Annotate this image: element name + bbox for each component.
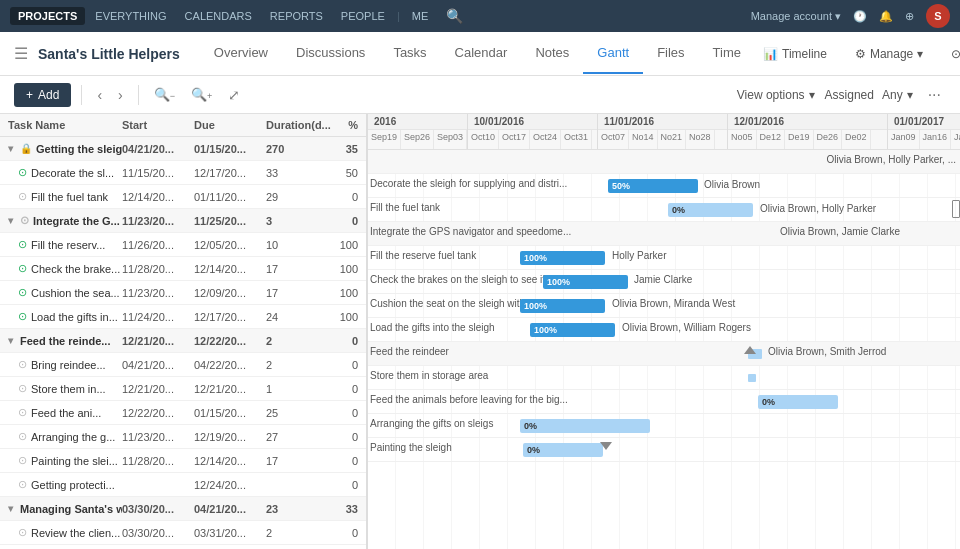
top-navigation: PROJECTS EVERYTHING CALENDARS REPORTS PE… bbox=[0, 0, 960, 32]
toolbar-divider-1 bbox=[81, 85, 82, 105]
col-header-dur: Duration(d... bbox=[266, 119, 330, 131]
expand-button[interactable]: ⤢ bbox=[223, 84, 245, 106]
reports-nav[interactable]: REPORTS bbox=[262, 7, 331, 25]
me-nav[interactable]: ME bbox=[404, 7, 437, 25]
timeline-button[interactable]: 📊 Timeline bbox=[755, 43, 835, 65]
hamburger-icon[interactable]: ☰ bbox=[14, 44, 28, 63]
tab-discussions[interactable]: Discussions bbox=[282, 33, 379, 74]
task-row[interactable]: ▾ 🔒 Getting the sleigh ... 04/21/20... 0… bbox=[0, 137, 366, 161]
search-icon-nav[interactable]: 🔍 bbox=[438, 5, 471, 27]
task-row[interactable]: ⊙ Cushion the sea... 11/23/20... 12/09/2… bbox=[0, 281, 366, 305]
projects-button[interactable]: PROJECTS bbox=[10, 7, 85, 25]
avatar[interactable]: S bbox=[926, 4, 950, 28]
gantt-body: Olivia Brown, Holly Parker, ... Decorate… bbox=[368, 150, 960, 549]
gantt-row: Cushion the seat on the sleigh with pill… bbox=[368, 294, 960, 318]
gantt-task-label: Check the brakes on the sleigh to see if… bbox=[370, 274, 570, 285]
gantt-assignee: Olivia Brown, Holly Parker, ... bbox=[827, 154, 956, 165]
tab-overview[interactable]: Overview bbox=[200, 33, 282, 74]
tab-notes[interactable]: Notes bbox=[521, 33, 583, 74]
task-row[interactable]: ⊙ Check the brake... 11/28/20... 12/14/2… bbox=[0, 257, 366, 281]
gantt-task-label: Painting the sleigh bbox=[370, 442, 452, 453]
col-header-due: Due bbox=[194, 119, 266, 131]
help-button[interactable]: ⊙ Help bbox=[943, 43, 960, 65]
task-row[interactable]: ▾ ⊙ Integrate the G... 11/23/20... 11/25… bbox=[0, 209, 366, 233]
tab-calendar[interactable]: Calendar bbox=[441, 33, 522, 74]
task-row[interactable]: ▾ Feed the reinde... 12/21/20... 12/22/2… bbox=[0, 329, 366, 353]
nav-tabs: Overview Discussions Tasks Calendar Note… bbox=[200, 33, 755, 74]
gantt-row: Olivia Brown, Holly Parker, ... bbox=[368, 150, 960, 174]
toolbar-divider-2 bbox=[138, 85, 139, 105]
bell-icon-btn[interactable]: 🔔 bbox=[879, 10, 893, 23]
task-row[interactable]: ⊙ Fill the reserv... 11/26/20... 12/05/2… bbox=[0, 233, 366, 257]
gantt-row: Painting the sleigh 0% bbox=[368, 438, 960, 462]
expand-icon[interactable]: ▾ bbox=[8, 215, 13, 226]
task-row[interactable]: ⊙ Fill the fuel tank 12/14/20... 01/11/2… bbox=[0, 185, 366, 209]
check-icon: ⊙ bbox=[18, 238, 27, 251]
task-row[interactable]: ⊙ Arranging the g... 11/23/20... 12/19/2… bbox=[0, 425, 366, 449]
manage-account-button[interactable]: Manage account ▾ bbox=[751, 10, 841, 23]
gantt-row: Store them in storage area bbox=[368, 366, 960, 390]
chevron-down-icon-manage: ▾ bbox=[917, 47, 923, 61]
gantt-assignee: Olivia Brown, Jamie Clarke bbox=[780, 226, 900, 237]
zoom-out-button[interactable]: 🔍− bbox=[149, 84, 180, 105]
task-row[interactable]: ⊙ Bring reindee... 04/21/20... 04/22/20.… bbox=[0, 353, 366, 377]
expand-icon[interactable]: ▾ bbox=[8, 335, 13, 346]
nav-divider: | bbox=[395, 10, 402, 22]
task-row[interactable]: ⊙ Getting protecti... 12/24/20... 0 bbox=[0, 473, 366, 497]
check-icon: ⊙ bbox=[18, 454, 27, 467]
gantt-row: Feed the animals before leaving for the … bbox=[368, 390, 960, 414]
check-icon: ⊙ bbox=[18, 310, 27, 323]
assigned-filter[interactable]: Assigned Any ▾ bbox=[825, 88, 913, 102]
check-icon: ⊙ bbox=[18, 358, 27, 371]
view-options-right: View options ▾ Assigned Any ▾ ··· bbox=[737, 84, 946, 106]
col-header-start: Start bbox=[122, 119, 194, 131]
task-row[interactable]: ⊙ Painting the slei... 11/28/20... 12/14… bbox=[0, 449, 366, 473]
gantt-assignee: Olivia Brown, William Rogers bbox=[622, 322, 751, 333]
tab-tasks[interactable]: Tasks bbox=[379, 33, 440, 74]
gantt-bar: 100% bbox=[530, 323, 615, 337]
chevron-down-icon: ▾ bbox=[835, 10, 841, 23]
task-row[interactable]: ⊙ Load the gifts in... 11/24/20... 12/17… bbox=[0, 305, 366, 329]
task-row[interactable]: ▾ Managing Santa's we... 03/30/20... 04/… bbox=[0, 497, 366, 521]
chevron-down-icon-assigned: ▾ bbox=[907, 88, 913, 102]
add-button[interactable]: + Add bbox=[14, 83, 71, 107]
gantt-task-label: Store them in storage area bbox=[370, 370, 488, 381]
gantt-bar: 0% bbox=[523, 443, 603, 457]
gantt-pct: 0% bbox=[520, 421, 541, 431]
toolbar: + Add ‹ › 🔍− 🔍+ ⤢ View options ▾ Assigne… bbox=[0, 76, 960, 114]
task-row[interactable]: ⊙ Feed the ani... 12/22/20... 01/15/20..… bbox=[0, 401, 366, 425]
task-row[interactable]: ⊙ Decorate the sl... 11/15/20... 12/17/2… bbox=[0, 161, 366, 185]
tab-files[interactable]: Files bbox=[643, 33, 698, 74]
check-icon: ⊙ bbox=[18, 166, 27, 179]
tab-time[interactable]: Time bbox=[699, 33, 755, 74]
clock-icon-btn[interactable]: 🕐 bbox=[853, 10, 867, 23]
plus-circle-icon-btn[interactable]: ⊕ bbox=[905, 10, 914, 23]
calendars-nav[interactable]: CALENDARS bbox=[177, 7, 260, 25]
gantt-assignee: Jamie Clarke bbox=[634, 274, 692, 285]
expand-icon[interactable]: ▾ bbox=[8, 143, 13, 154]
everything-nav[interactable]: EVERYTHING bbox=[87, 7, 174, 25]
month-label-11: 11/01/2016 bbox=[598, 114, 727, 130]
main-content: Task Name Start Due Duration(d... % ▾ 🔒 … bbox=[0, 114, 960, 549]
gantt-task-label: Fill the reserve fuel tank bbox=[370, 250, 476, 261]
expand-icon[interactable]: ▾ bbox=[8, 503, 13, 514]
gantt-task-label: Load the gifts into the sleigh bbox=[370, 322, 495, 333]
check-icon: ⊙ bbox=[18, 262, 27, 275]
manage-button[interactable]: ⚙ Manage ▾ bbox=[847, 43, 931, 65]
nav-forward-button[interactable]: › bbox=[113, 84, 128, 106]
gantt-bar: 0% bbox=[520, 419, 650, 433]
gantt-assignee: Olivia Brown, Smith Jerrod bbox=[768, 346, 886, 357]
task-row[interactable]: ⊙ Review the clien... 03/30/20... 03/31/… bbox=[0, 521, 366, 545]
nav-back-button[interactable]: ‹ bbox=[92, 84, 107, 106]
zoom-in-button[interactable]: 🔍+ bbox=[186, 84, 217, 105]
task-row[interactable]: ⊙ Store them in... 12/21/20... 12/21/20.… bbox=[0, 377, 366, 401]
tab-gantt[interactable]: Gantt bbox=[583, 33, 643, 74]
gantt-header: 2016 Sep19 Sep26 Sep03 10/01/2016 Oct10 … bbox=[368, 114, 960, 150]
check-icon: ⊙ bbox=[18, 430, 27, 443]
view-options-button[interactable]: View options ▾ bbox=[737, 88, 815, 102]
gantt-pct: 0% bbox=[758, 397, 779, 407]
more-options-button[interactable]: ··· bbox=[923, 84, 946, 106]
people-nav[interactable]: PEOPLE bbox=[333, 7, 393, 25]
help-icon: ⊙ bbox=[951, 47, 960, 61]
gantt-row: Integrate the GPS navigator and speedome… bbox=[368, 222, 960, 246]
